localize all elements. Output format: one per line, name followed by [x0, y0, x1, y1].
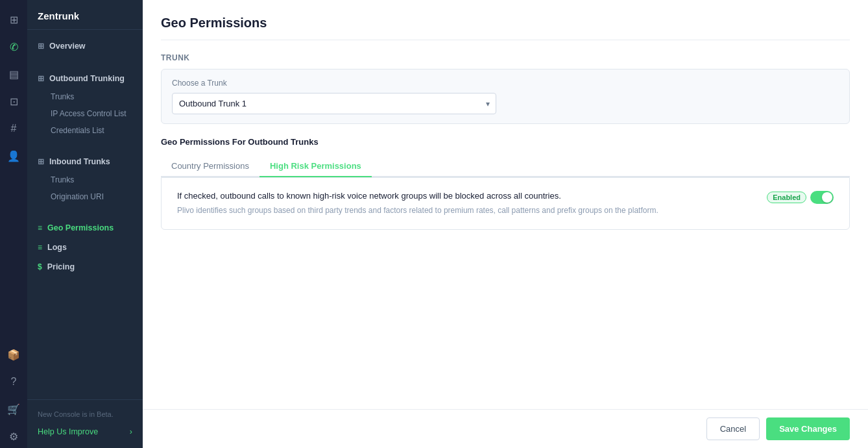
- save-changes-button[interactable]: Save Changes: [766, 417, 850, 440]
- high-risk-toggle-container: Enabled: [767, 191, 834, 204]
- page-title: Geo Permissions: [161, 16, 850, 40]
- sidebar-section-inbound: ⊞ Inbound Trunks Trunks Origination URI: [27, 145, 143, 212]
- pricing-icon: $: [38, 262, 42, 271]
- sidebar-item-inbound-trunks-child[interactable]: Trunks: [27, 171, 143, 188]
- sidebar-item-ip-acl[interactable]: IP Access Control List: [27, 105, 143, 122]
- toggle-thumb: [822, 192, 832, 203]
- beta-text: New Console is in Beta.: [27, 406, 143, 422]
- toggle-track: [810, 191, 834, 204]
- sidebar-section-standalone: ≡ Geo Permissions ≡ Logs $ Pricing: [27, 212, 143, 283]
- enabled-badge: Enabled: [767, 192, 806, 203]
- sidebar-logo: Zentrunk: [27, 0, 143, 30]
- store-icon[interactable]: 🛒: [2, 397, 25, 421]
- high-risk-subtext: Plivo identifies such groups based on th…: [177, 205, 658, 216]
- person-icon[interactable]: 👤: [2, 144, 25, 168]
- trunk-section-label: Trunk: [161, 53, 850, 62]
- inbound-icon: ⊞: [38, 157, 44, 166]
- geo-section-title: Geo Permissions For Outbound Trunks: [161, 137, 850, 147]
- tab-high-risk-permissions[interactable]: High Risk Permissions: [259, 156, 372, 177]
- sidebar-item-geo-permissions[interactable]: ≡ Geo Permissions: [27, 218, 143, 238]
- sidebar-section-outbound: ⊞ Outbound Trunking Trunks IP Access Con…: [27, 62, 143, 145]
- sidebar-item-overview[interactable]: ⊞ Overview: [27, 36, 143, 56]
- sidebar: Zentrunk ⊞ Overview ⊞ Outbound Trunking …: [27, 0, 143, 448]
- phone-icon[interactable]: ✆: [2, 35, 25, 58]
- box-icon[interactable]: 📦: [2, 343, 25, 366]
- hash-icon[interactable]: #: [2, 117, 25, 140]
- trunk-select[interactable]: Outbound Trunk 1 Outbound Trunk 2: [172, 93, 496, 114]
- icon-bar: ⊞ ✆ ▤ ⊡ # 👤 📦 ? 🛒 ⚙: [0, 0, 27, 448]
- tab-country-permissions[interactable]: Country Permissions: [161, 156, 259, 177]
- logs-icon: ≡: [38, 243, 42, 252]
- help-circle-icon[interactable]: ?: [2, 370, 25, 393]
- geo-tabs: Country Permissions High Risk Permission…: [161, 156, 850, 177]
- overview-icon: ⊞: [38, 42, 44, 51]
- main-content: Geo Permissions Trunk Choose a Trunk Out…: [143, 0, 868, 409]
- grid-icon[interactable]: ⊡: [2, 90, 25, 113]
- sidebar-item-logs[interactable]: ≡ Logs: [27, 238, 143, 257]
- cancel-button[interactable]: Cancel: [706, 417, 760, 440]
- main-footer: Cancel Save Changes: [143, 409, 868, 448]
- trunk-select-container: Outbound Trunk 1 Outbound Trunk 2 ▾: [172, 93, 496, 114]
- high-risk-text: If checked, outbound calls to known high…: [177, 191, 658, 216]
- main-panel: Geo Permissions Trunk Choose a Trunk Out…: [143, 0, 868, 448]
- geo-icon: ≡: [38, 223, 42, 232]
- sidebar-item-outbound-trunks[interactable]: Trunks: [27, 88, 143, 105]
- help-chevron-icon: ›: [130, 427, 132, 436]
- high-risk-toggle[interactable]: [810, 191, 834, 204]
- high-risk-description: If checked, outbound calls to known high…: [177, 191, 658, 201]
- home-icon[interactable]: ⊞: [2, 8, 25, 31]
- sidebar-footer: New Console is in Beta. Help Us Improve …: [27, 399, 143, 448]
- help-us-improve[interactable]: Help Us Improve ›: [27, 422, 143, 442]
- trunk-select-wrapper: Choose a Trunk Outbound Trunk 1 Outbound…: [161, 69, 850, 124]
- outbound-icon: ⊞: [38, 74, 44, 83]
- choose-trunk-label: Choose a Trunk: [172, 79, 839, 88]
- sidebar-item-inbound-trunks[interactable]: ⊞ Inbound Trunks: [27, 152, 143, 171]
- sidebar-item-pricing[interactable]: $ Pricing: [27, 257, 143, 277]
- sidebar-item-outbound-trunking[interactable]: ⊞ Outbound Trunking: [27, 69, 143, 88]
- settings-icon[interactable]: ⚙: [2, 425, 25, 448]
- message-icon[interactable]: ▤: [2, 62, 25, 86]
- sidebar-item-origination-uri[interactable]: Origination URI: [27, 188, 143, 205]
- high-risk-panel: If checked, outbound calls to known high…: [161, 177, 850, 230]
- sidebar-item-credentials-list[interactable]: Credentials List: [27, 122, 143, 139]
- sidebar-section-overview: ⊞ Overview: [27, 30, 143, 62]
